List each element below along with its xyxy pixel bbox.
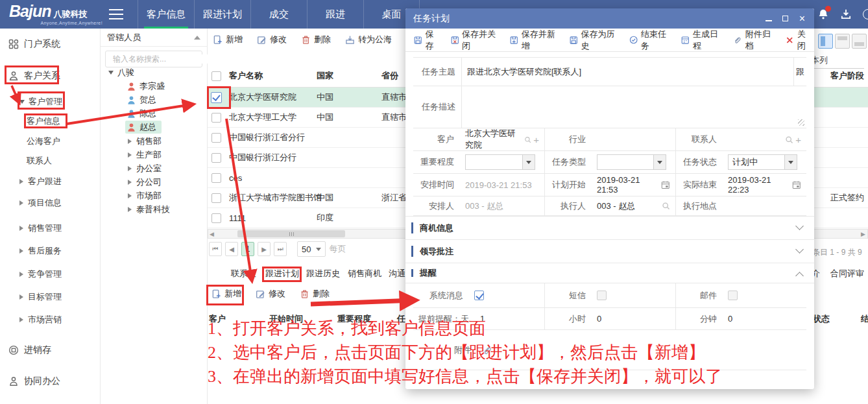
section-reminder[interactable]: 提醒 — [405, 263, 814, 283]
prev-page-button[interactable]: ◀ — [225, 242, 238, 256]
attachment-area[interactable] — [477, 330, 806, 370]
dialog-titlebar[interactable]: 任务计划 × — [405, 8, 814, 29]
scroll-right-arrow-icon[interactable]: ▶ — [861, 231, 865, 237]
page-size-select[interactable]: 50 — [297, 241, 326, 257]
tree-node-person[interactable]: 贺总 — [127, 93, 156, 106]
sidebar-item-project-info[interactable]: 项目信息 — [0, 196, 101, 210]
add-icon[interactable]: + — [795, 135, 801, 145]
subject-input[interactable]: 跟进北京大学医研究院[联系人] — [462, 58, 793, 86]
tree-node-dept[interactable]: 生产部 — [128, 149, 162, 161]
tree-node-person-selected[interactable]: 赵总 — [125, 121, 162, 134]
next-page-button[interactable]: ▶ — [258, 242, 271, 256]
task-type-select[interactable] — [597, 154, 666, 170]
search-icon[interactable] — [785, 136, 793, 144]
maximize-icon[interactable] — [781, 14, 790, 23]
sidebar-item-customer-follow[interactable]: 客户跟进 — [0, 174, 101, 189]
nav-tab-follow-plan[interactable]: 跟进计划 — [194, 0, 250, 29]
sidebar-item-marketing[interactable]: 市场营销 — [0, 313, 101, 327]
scrollbar-thumb[interactable] — [237, 230, 345, 237]
first-page-button[interactable]: ⏮ — [209, 242, 222, 256]
menu-icon[interactable] — [109, 9, 123, 19]
bell-icon[interactable] — [817, 8, 829, 20]
row-checkbox[interactable] — [211, 208, 221, 228]
chevron-down-icon[interactable] — [653, 155, 666, 169]
tree-node-dept[interactable]: 市场部 — [128, 189, 162, 202]
resize-grip-icon[interactable] — [798, 119, 804, 126]
executor-field[interactable]: 003 - 赵总 — [592, 196, 675, 215]
add-button[interactable]: 新增 — [213, 34, 243, 45]
chevron-down-icon[interactable] — [784, 155, 797, 169]
layout-split-vertical-icon[interactable] — [818, 34, 833, 49]
sms-checkbox[interactable] — [597, 291, 607, 300]
search-icon[interactable] — [662, 202, 670, 210]
save-and-close-button[interactable]: 保存并关闭 — [451, 29, 500, 52]
sidebar-item-contacts[interactable]: 联系人 — [0, 154, 101, 168]
help-icon[interactable] — [863, 9, 868, 19]
last-page-button[interactable]: ⏭ — [274, 242, 287, 256]
column-header[interactable]: 省份 — [381, 65, 398, 87]
tree-node-dept[interactable]: 泰普科技 — [128, 203, 170, 216]
select-all-checkbox[interactable] — [211, 65, 221, 87]
tree-node-root[interactable]: 八骏 — [108, 66, 134, 79]
advance-minutes-input[interactable]: 0 — [723, 308, 806, 329]
sidebar-item-public-sea[interactable]: 公海客户 — [0, 134, 101, 149]
tree-node-person[interactable]: 李宗盛 — [127, 80, 165, 93]
sidebar-item-office[interactable]: 协同办公 — [0, 374, 101, 388]
status-select[interactable]: 计划中 — [728, 154, 797, 170]
row-checkbox[interactable] — [211, 88, 222, 107]
location-field[interactable] — [723, 196, 806, 215]
sidebar-item-after-sales[interactable]: 售后服务 — [0, 244, 101, 258]
description-textarea[interactable] — [462, 86, 806, 128]
column-header[interactable]: 国家 — [317, 65, 333, 87]
calendar-icon[interactable] — [792, 180, 801, 189]
attach-archive-button[interactable]: 附件归档 — [733, 29, 775, 52]
layout-split-bottom-icon[interactable] — [852, 34, 867, 49]
save-as-history-button[interactable]: 保存为历史 — [570, 29, 619, 52]
row-checkbox[interactable] — [211, 188, 221, 208]
tree-node-dept[interactable]: 销售部 — [128, 135, 162, 148]
tree-node-dept[interactable]: 分公司 — [128, 176, 162, 189]
row-checkbox[interactable] — [211, 108, 221, 127]
collapse-panel-icon[interactable] — [194, 36, 200, 40]
advance-days-input[interactable]: 1 — [475, 308, 544, 329]
current-page[interactable]: 1 — [241, 242, 254, 256]
close-icon[interactable]: × — [798, 14, 806, 23]
sidebar-item-competition[interactable]: 竞争管理 — [0, 267, 101, 281]
nav-tab-follow[interactable]: 跟进 — [307, 0, 363, 29]
edit-button[interactable]: 修改 — [256, 288, 285, 300]
sidebar-item-crm[interactable]: 客户关系 — [0, 69, 101, 83]
generate-schedule-button[interactable]: 生成日程 — [681, 29, 723, 52]
download-icon[interactable] — [840, 8, 852, 20]
tab-contacts[interactable]: 联系人 — [231, 268, 256, 282]
sidebar-item-customer-info[interactable]: 客户信息 — [0, 114, 101, 128]
delete-button[interactable]: 删除 — [301, 34, 331, 45]
nav-tab-deal[interactable]: 成交 — [250, 0, 307, 29]
section-opportunity[interactable]: 商机信息 — [405, 216, 814, 239]
tab-sales-opportunity[interactable]: 销售商机 — [348, 268, 381, 282]
system-message-checkbox[interactable] — [474, 291, 484, 300]
add-icon[interactable]: + — [533, 135, 539, 145]
tree-node-person[interactable]: 陈总 — [127, 107, 156, 120]
column-header[interactable]: 客户名称 — [229, 65, 263, 87]
to-public-sea-button[interactable]: 转为公海 — [345, 34, 392, 45]
save-button[interactable]: 保存 — [414, 29, 440, 52]
layout-split-horizontal-icon[interactable] — [835, 34, 850, 49]
sidebar-item-portal[interactable]: 门户系统 — [0, 37, 101, 51]
close-button[interactable]: 关 闭 — [786, 29, 814, 52]
chevron-down-icon[interactable] — [522, 155, 535, 169]
add-button[interactable]: 新增 — [211, 288, 241, 300]
sidebar-item-target-mgmt[interactable]: 目标管理 — [0, 290, 101, 304]
delete-button[interactable]: 删除 — [300, 288, 330, 300]
advance-hours-input[interactable]: 0 — [592, 308, 675, 329]
save-and-new-button[interactable]: 保存并新增 — [510, 29, 559, 52]
industry-field[interactable] — [592, 128, 675, 150]
tab-follow-history[interactable]: 跟进历史 — [306, 268, 340, 282]
tab-contract-review[interactable]: 合同评审 — [830, 268, 864, 282]
minimize-icon[interactable] — [764, 14, 773, 23]
finish-task-button[interactable]: 结束任务 — [629, 29, 671, 52]
nav-tab-customer-info[interactable]: 客户信息 — [138, 0, 194, 29]
row-checkbox[interactable] — [211, 128, 221, 147]
row-checkbox[interactable] — [211, 148, 221, 167]
sidebar-item-sales-mgmt[interactable]: 销售管理 — [0, 221, 101, 235]
calendar-icon[interactable] — [661, 180, 670, 189]
